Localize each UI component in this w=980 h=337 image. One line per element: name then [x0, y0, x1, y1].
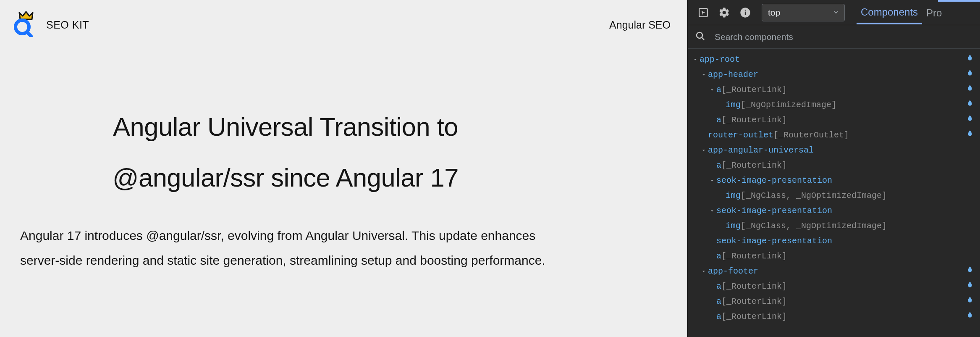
page-title-line2: @angular/ssr since Angular 17 — [113, 163, 459, 192]
tree-node[interactable]: img[_NgOptimizedImage] — [692, 97, 976, 113]
frame-selector-value: top — [768, 8, 780, 18]
tree-node-name: img — [726, 97, 741, 113]
tree-node[interactable]: a[_RouterLink] — [692, 158, 976, 173]
tree-node-name: a — [716, 249, 721, 264]
frame-selector[interactable]: top — [762, 4, 845, 21]
site-nav: Angular SEO — [609, 19, 671, 31]
angular-devtools-panel: top Components Pro app-rootapp-headera[_… — [687, 0, 980, 337]
inspect-element-icon[interactable] — [696, 5, 710, 20]
caret-icon[interactable] — [700, 148, 707, 153]
page-title: Angular Universal Transition to @angular… — [20, 102, 551, 203]
tree-node-name: app-root — [700, 52, 740, 67]
caret-icon[interactable] — [709, 208, 715, 213]
tab-profiler[interactable]: Pro — [922, 1, 946, 24]
tree-node[interactable]: app-root — [692, 52, 976, 67]
tree-node-name: a — [716, 279, 721, 294]
tree-node[interactable]: app-header — [692, 67, 976, 82]
brand-logo-icon — [12, 11, 34, 39]
tree-node-directives: [_RouterLink] — [721, 82, 787, 97]
search-icon — [695, 31, 705, 43]
tree-node-directives: [_RouterLink] — [721, 113, 787, 128]
tree-node-name: seok-image-presentation — [716, 203, 832, 219]
hydration-drop-icon — [967, 264, 973, 279]
caret-icon[interactable] — [709, 87, 715, 92]
tree-node-directives: [_RouterLink] — [721, 309, 787, 324]
tree-node-name: img — [726, 219, 741, 234]
tree-node[interactable]: a[_RouterLink] — [692, 279, 976, 294]
info-icon[interactable] — [738, 5, 752, 20]
hydration-drop-icon — [967, 97, 973, 113]
hydration-drop-icon — [967, 294, 973, 309]
page-title-line1: Angular Universal Transition to — [113, 112, 458, 141]
article: Angular Universal Transition to @angular… — [0, 39, 571, 273]
tree-node-directives: [_RouterLink] — [721, 158, 787, 173]
tree-node[interactable]: img[_NgClass, _NgOptimizedImage] — [692, 188, 976, 203]
tree-node[interactable]: a[_RouterLink] — [692, 82, 976, 97]
tree-node-name: img — [726, 188, 741, 203]
tab-components[interactable]: Components — [857, 0, 922, 24]
caret-icon[interactable] — [692, 57, 699, 62]
hydration-drop-icon — [967, 67, 973, 82]
hydration-drop-icon — [967, 279, 973, 294]
svg-rect-4 — [745, 11, 746, 15]
tree-node-directives: [_RouterLink] — [721, 279, 787, 294]
tree-node[interactable]: a[_RouterLink] — [692, 249, 976, 264]
caret-icon[interactable] — [700, 269, 707, 274]
devtools-search-bar — [688, 25, 980, 49]
hydration-drop-icon — [967, 52, 973, 67]
caret-icon[interactable] — [700, 72, 707, 77]
tree-node[interactable]: seok-image-presentation — [692, 234, 976, 249]
caret-icon[interactable] — [709, 178, 715, 183]
search-input[interactable] — [715, 32, 972, 42]
brand-name: SEO KIT — [46, 19, 89, 31]
svg-line-1 — [27, 32, 31, 36]
tree-node[interactable]: seok-image-presentation — [692, 173, 976, 188]
hydration-drop-icon — [967, 82, 973, 97]
tree-node-name: app-angular-universal — [708, 143, 814, 158]
brand[interactable]: SEO KIT — [12, 11, 89, 39]
tree-node[interactable]: img[_NgClass, _NgOptimizedImage] — [692, 219, 976, 234]
tree-node-name: a — [716, 294, 721, 309]
hydration-drop-icon — [967, 113, 973, 128]
svg-line-7 — [702, 37, 704, 40]
gear-icon[interactable] — [717, 5, 731, 20]
tree-node-name: a — [716, 158, 721, 173]
hydration-drop-icon — [967, 128, 973, 143]
tree-node-name: seok-image-presentation — [716, 173, 832, 188]
nav-link-angular-seo[interactable]: Angular SEO — [609, 19, 671, 31]
tree-node-name: app-header — [708, 67, 758, 82]
website-viewport: SEO KIT Angular SEO Angular Universal Tr… — [0, 0, 687, 337]
site-header: SEO KIT Angular SEO — [0, 0, 687, 39]
tree-node-directives: [_NgOptimizedImage] — [741, 97, 836, 113]
svg-point-6 — [697, 32, 702, 38]
tree-node[interactable]: seok-image-presentation — [692, 203, 976, 219]
tree-node[interactable]: app-angular-universal — [692, 143, 976, 158]
devtools-tabs: Components Pro — [857, 0, 946, 24]
tree-node-directives: [_NgClass, _NgOptimizedImage] — [741, 188, 887, 203]
article-intro: Angular 17 introduces @angular/ssr, evol… — [20, 223, 551, 273]
tree-node-name: seok-image-presentation — [716, 234, 832, 249]
tree-node-directives: [_RouterOutlet] — [773, 128, 849, 143]
tree-node-name: app-footer — [708, 264, 758, 279]
tree-node[interactable]: router-outlet[_RouterOutlet] — [692, 128, 976, 143]
tree-node-name: a — [716, 309, 721, 324]
chevron-down-icon — [833, 8, 839, 18]
devtools-toolbar: top Components Pro — [688, 0, 980, 25]
tree-node-name: a — [716, 113, 721, 128]
tree-node[interactable]: a[_RouterLink] — [692, 309, 976, 324]
devtools-accent — [938, 0, 980, 2]
tree-node-name: a — [716, 82, 721, 97]
tree-node-name: router-outlet — [708, 128, 773, 143]
tree-node-directives: [_RouterLink] — [721, 294, 787, 309]
tree-node[interactable]: app-footer — [692, 264, 976, 279]
tree-node-directives: [_NgClass, _NgOptimizedImage] — [741, 219, 887, 234]
component-tree[interactable]: app-rootapp-headera[_RouterLink]img[_NgO… — [688, 49, 980, 337]
tree-node[interactable]: a[_RouterLink] — [692, 294, 976, 309]
tree-node[interactable]: a[_RouterLink] — [692, 113, 976, 128]
tree-node-directives: [_RouterLink] — [721, 249, 787, 264]
svg-rect-5 — [745, 10, 746, 11]
hydration-drop-icon — [967, 309, 973, 324]
